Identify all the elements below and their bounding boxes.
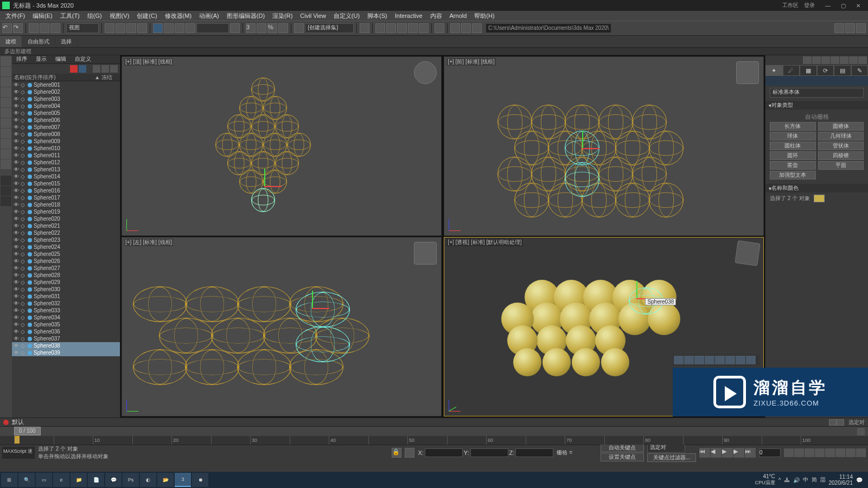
snap-toggle[interactable]: 3 (246, 23, 256, 33)
scene-item[interactable]: 👁◇Sphere032 (12, 300, 120, 307)
next-frame-button[interactable]: ▶ (733, 448, 744, 458)
scene-item[interactable]: 👁◇Sphere009 (12, 138, 120, 145)
goto-start-button[interactable]: ⏮ (699, 448, 710, 458)
shade-btn-3[interactable] (694, 356, 704, 364)
scene-item[interactable]: 👁◇Sphere027 (12, 265, 120, 272)
cmd-tab-hierarchy[interactable]: ▦ (800, 65, 817, 76)
curve-editor-button[interactable] (397, 23, 407, 33)
coord-system-dd[interactable]: 视图 (66, 23, 99, 33)
time-config-icon[interactable] (857, 428, 865, 435)
filter-hidden-icon[interactable] (1, 159, 11, 169)
zoom-button[interactable] (784, 448, 794, 457)
zoom-ext-all-button[interactable] (815, 448, 825, 457)
cmd-top-b4[interactable] (831, 56, 839, 64)
app-3dsmax-icon[interactable]: 3 (175, 473, 191, 487)
menu-animation[interactable]: 动画(A) (196, 12, 222, 20)
scene-item[interactable]: 👁◇Sphere016 (12, 187, 120, 194)
scene-item[interactable]: 👁◇Sphere039 (12, 349, 120, 356)
filter-bone-icon[interactable] (1, 129, 11, 138)
app-steam-icon[interactable]: ◐ (140, 473, 156, 487)
shade-btn-5[interactable] (715, 356, 725, 364)
filter-light-icon[interactable] (1, 87, 11, 97)
scene-item[interactable]: 👁◇Sphere031 (12, 293, 120, 300)
filter-camera-icon[interactable] (1, 98, 11, 107)
menu-graph[interactable]: 图形编辑器(D) (224, 12, 268, 20)
timeline-cfg-icon[interactable] (829, 419, 837, 426)
cmd-tab-motion[interactable]: ⟳ (817, 65, 834, 76)
redo-button[interactable]: ↷ (13, 23, 23, 33)
scene-item[interactable]: 👁◇Sphere005 (12, 110, 120, 117)
scene-item[interactable]: 👁◇Sphere011 (12, 152, 120, 159)
cmd-top-b1[interactable] (803, 56, 812, 64)
pan-button[interactable] (835, 448, 845, 457)
filter-expand-icon[interactable] (1, 176, 11, 185)
close-button[interactable]: ✕ (851, 3, 866, 9)
filter-sync-icon[interactable] (1, 196, 11, 206)
dope-sheet-button[interactable] (408, 23, 418, 33)
cmd-top-b6[interactable] (849, 56, 858, 64)
scene-item[interactable]: 👁◇Sphere013 (12, 166, 120, 173)
scene-item[interactable]: 👁◇Sphere020 (12, 215, 120, 222)
zoom-ext-button[interactable] (805, 448, 814, 457)
scene-item[interactable]: 👁◇Sphere017 (12, 194, 120, 201)
cmd-tab-create[interactable]: ✦ (765, 65, 783, 76)
scene-item[interactable]: 👁◇Sphere023 (12, 236, 120, 243)
viewport-top[interactable]: [+] [顶] [标准] [线框] (122, 56, 442, 236)
tray-ime[interactable]: 简 (812, 476, 817, 484)
filter-all-icon[interactable] (1, 56, 11, 66)
schematic-button[interactable] (419, 23, 429, 33)
tray-vol-icon[interactable]: 🔊 (793, 477, 800, 483)
login-link[interactable]: 登录 (804, 2, 815, 9)
rec-icon[interactable] (3, 420, 9, 425)
shade-btn-8[interactable] (746, 356, 756, 364)
center-button[interactable] (230, 23, 240, 33)
isolate-icon[interactable] (405, 448, 414, 458)
se-lock-icon[interactable] (93, 65, 100, 73)
start-button[interactable]: ⊞ (1, 473, 17, 487)
se-add-icon[interactable] (110, 65, 118, 73)
maximize-button[interactable]: ▢ (835, 3, 851, 9)
scene-item[interactable]: 👁◇Sphere006 (12, 117, 120, 124)
scene-item[interactable]: 👁◇Sphere014 (12, 173, 120, 180)
key-filters-button[interactable]: 关键点过滤器... (647, 453, 696, 462)
menu-views[interactable]: 视图(V) (106, 12, 133, 20)
ref-coord-dd[interactable] (196, 23, 229, 33)
menu-script[interactable]: 脚本(S) (364, 12, 391, 20)
scene-item[interactable]: 👁◇Sphere001 (12, 81, 120, 88)
render-frame-button[interactable] (461, 23, 471, 33)
scene-item[interactable]: 👁◇Sphere007 (12, 124, 120, 131)
search-icon[interactable]: 🔍 (18, 473, 35, 487)
scene-item[interactable]: 👁◇Sphere037 (12, 335, 120, 342)
shade-btn-7[interactable] (736, 356, 745, 364)
scene-item[interactable]: 👁◇Sphere034 (12, 314, 120, 321)
align-button[interactable] (375, 23, 385, 33)
shade-btn-1[interactable] (674, 356, 684, 364)
app-edge-icon[interactable]: e (53, 473, 69, 487)
btn-cylinder[interactable]: 圆柱体 (770, 142, 816, 150)
angle-snap-toggle[interactable] (257, 23, 266, 33)
coord-y[interactable] (470, 448, 508, 457)
filter-geom-icon[interactable] (1, 67, 11, 76)
se-tab-sort[interactable]: 排序 (12, 55, 31, 63)
btn-geosphere[interactable]: 几何球体 (818, 132, 864, 140)
menu-edit[interactable]: 编辑(E) (29, 12, 56, 20)
btn-tube[interactable]: 管状体 (818, 142, 864, 150)
btn-torus[interactable]: 圆环 (770, 151, 816, 160)
app-record-icon[interactable]: ⏺ (192, 473, 208, 487)
se-col-name[interactable]: 名称(按升序排序) (14, 74, 56, 81)
menu-create[interactable]: 创建(C) (133, 12, 160, 20)
primitive-category-dd[interactable]: 标准基本体 (770, 88, 864, 98)
cmd-tab-modify[interactable]: ☄ (783, 65, 800, 76)
cmd-top-b2[interactable] (812, 56, 821, 64)
time-handle[interactable]: 0 / 100 (14, 427, 41, 435)
menu-modifiers[interactable]: 修改器(M) (162, 12, 195, 20)
cmd-tab-utilities[interactable]: ✎ (851, 65, 869, 76)
scene-list[interactable]: 👁◇Sphere001👁◇Sphere002👁◇Sphere003👁◇Spher… (12, 81, 120, 418)
play-button[interactable]: ▶ (722, 448, 733, 458)
cmd-top-b7[interactable] (858, 56, 867, 64)
set-key-button[interactable]: 设置关键点 (601, 453, 644, 461)
scene-item[interactable]: 👁◇Sphere036 (12, 328, 120, 335)
scene-item[interactable]: 👁◇Sphere021 (12, 222, 120, 229)
app-notepad-icon[interactable]: 📄 (88, 473, 104, 487)
scene-item[interactable]: 👁◇Sphere002 (12, 88, 120, 95)
